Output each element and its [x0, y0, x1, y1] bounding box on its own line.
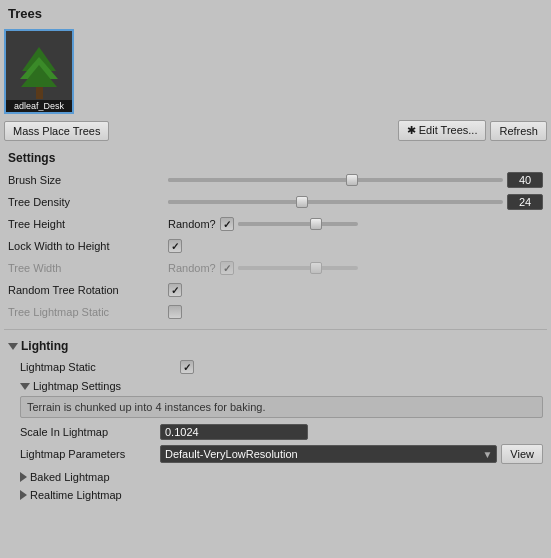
- realtime-lightmap-label: Realtime Lightmap: [30, 489, 122, 501]
- baked-lightmap-label: Baked Lightmap: [30, 471, 110, 483]
- baked-lightmap-row[interactable]: Baked Lightmap: [4, 468, 547, 486]
- tree-height-fill: [238, 222, 316, 226]
- tree-thumb-label: adleaf_Desk: [6, 100, 72, 112]
- tree-density-label: Tree Density: [8, 196, 168, 208]
- brush-size-label: Brush Size: [8, 174, 168, 186]
- tree-width-random-checkbox[interactable]: [220, 261, 234, 275]
- tree-density-fill: [168, 200, 302, 204]
- lightmap-static-row: Lightmap Static: [4, 356, 547, 378]
- tree-width-checkbox-area: Random?: [168, 261, 358, 275]
- lock-width-label: Lock Width to Height: [8, 240, 168, 252]
- tree-height-label: Tree Height: [8, 218, 168, 230]
- tree-icon: [12, 43, 67, 101]
- brush-size-thumb[interactable]: [346, 174, 358, 186]
- info-text: Terrain is chunked up into 4 instances f…: [27, 401, 265, 413]
- lightmap-static-label: Lightmap Static: [20, 361, 180, 373]
- baked-expand-icon: [20, 472, 27, 482]
- tree-density-thumb[interactable]: [296, 196, 308, 208]
- lightmap-params-label: Lightmap Parameters: [20, 448, 160, 460]
- lightmap-static-checkbox-area: [180, 360, 194, 374]
- realtime-lightmap-row[interactable]: Realtime Lightmap: [4, 486, 547, 504]
- lighting-label: Lighting: [21, 339, 68, 353]
- tree-height-row: Tree Height Random?: [4, 213, 547, 235]
- lightmap-params-select-container: Default-VeryLowResolution ▼ View: [160, 444, 543, 464]
- section-divider: [4, 329, 547, 330]
- lightmap-settings-content: Terrain is chunked up into 4 instances f…: [4, 394, 547, 468]
- scale-lightmap-value[interactable]: [160, 424, 308, 440]
- random-rotation-row: Random Tree Rotation: [4, 279, 547, 301]
- lightmap-settings-collapse-icon: [20, 383, 30, 390]
- lighting-collapse-icon: [8, 343, 18, 350]
- lightmap-static-checkbox[interactable]: [180, 360, 194, 374]
- scale-lightmap-label: Scale In Lightmap: [20, 426, 160, 438]
- realtime-expand-icon: [20, 490, 27, 500]
- tree-lightmap-row: Tree Lightmap Static: [4, 301, 547, 323]
- lighting-header[interactable]: Lighting: [4, 336, 547, 356]
- tree-density-row: Tree Density 24: [4, 191, 547, 213]
- refresh-button[interactable]: Refresh: [490, 121, 547, 141]
- info-box: Terrain is chunked up into 4 instances f…: [20, 396, 543, 418]
- lock-width-checkbox-area: [168, 239, 182, 253]
- tree-width-track: [238, 266, 358, 270]
- svg-rect-0: [36, 85, 43, 99]
- tree-width-thumb: [310, 262, 322, 274]
- lightmap-params-row: Lightmap Parameters Default-VeryLowResol…: [20, 442, 543, 466]
- brush-size-track[interactable]: [168, 178, 503, 182]
- tree-width-row: Tree Width Random?: [4, 257, 547, 279]
- brush-size-value[interactable]: 40: [507, 172, 543, 188]
- select-arrow-icon: ▼: [482, 449, 492, 460]
- settings-header: Settings: [4, 149, 547, 167]
- tree-density-slider-container: 24: [168, 194, 543, 210]
- random-rotation-checkbox-area: [168, 283, 182, 297]
- random-rotation-label: Random Tree Rotation: [8, 284, 168, 296]
- tree-thumbnails: adleaf_Desk: [4, 27, 547, 116]
- lightmap-settings-header[interactable]: Lightmap Settings: [4, 378, 547, 394]
- brush-size-slider-container: 40: [168, 172, 543, 188]
- tree-lightmap-label: Tree Lightmap Static: [8, 306, 168, 318]
- brush-size-row: Brush Size 40: [4, 169, 547, 191]
- tree-height-random-checkbox[interactable]: [220, 217, 234, 231]
- panel-title: Trees: [4, 4, 547, 23]
- trees-container: adleaf_Desk Mass Place Trees ✱ Edit Tree…: [4, 27, 547, 504]
- tree-density-value[interactable]: 24: [507, 194, 543, 210]
- brush-size-fill: [168, 178, 352, 182]
- tree-thumbnail[interactable]: adleaf_Desk: [4, 29, 74, 114]
- scale-lightmap-row: Scale In Lightmap: [20, 422, 543, 442]
- tree-height-random-label: Random?: [168, 218, 216, 230]
- mass-place-trees-button[interactable]: Mass Place Trees: [4, 121, 109, 141]
- trees-panel: Trees adleaf_Desk: [0, 0, 551, 508]
- tree-width-fill: [238, 266, 316, 270]
- tree-density-track[interactable]: [168, 200, 503, 204]
- tree-lightmap-checkbox[interactable]: [168, 305, 182, 319]
- lightmap-settings-label: Lightmap Settings: [33, 380, 121, 392]
- tree-lightmap-checkbox-area: [168, 305, 182, 319]
- lock-width-checkbox[interactable]: [168, 239, 182, 253]
- tree-thumb-image: [9, 42, 69, 102]
- tree-height-thumb[interactable]: [310, 218, 322, 230]
- tree-width-label: Tree Width: [8, 262, 168, 274]
- toolbar-row: Mass Place Trees ✱ Edit Trees... Refresh: [4, 120, 547, 141]
- tree-width-random-label: Random?: [168, 262, 216, 274]
- random-rotation-checkbox[interactable]: [168, 283, 182, 297]
- lightmap-params-value: Default-VeryLowResolution: [165, 448, 298, 460]
- lighting-section: Lighting Lightmap Static Lightmap Settin…: [4, 336, 547, 504]
- lock-width-row: Lock Width to Height: [4, 235, 547, 257]
- edit-trees-button[interactable]: ✱ Edit Trees...: [398, 120, 487, 141]
- tree-height-track[interactable]: [238, 222, 358, 226]
- tree-height-checkbox-area: Random?: [168, 217, 358, 231]
- settings-section: Settings Brush Size 40 Tree Density: [4, 149, 547, 323]
- lightmap-params-select[interactable]: Default-VeryLowResolution ▼: [160, 445, 497, 463]
- view-button[interactable]: View: [501, 444, 543, 464]
